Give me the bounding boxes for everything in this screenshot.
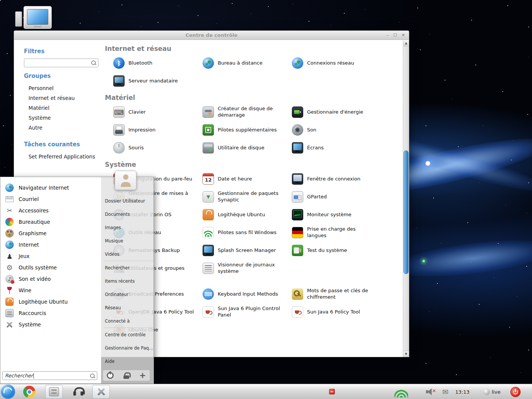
add-icon[interactable]: +: [139, 372, 146, 379]
control-center-item[interactable]: Bureau à distance: [203, 55, 292, 71]
filter-search-box[interactable]: [24, 59, 98, 67]
menu-session-buttons: +: [103, 370, 150, 381]
menu-category-icon: [5, 263, 14, 272]
item-icon: [203, 106, 214, 118]
control-center-item[interactable]: Visionneur de journaux système: [203, 261, 292, 276]
menu-place-item[interactable]: Dossier Utilisateur: [104, 194, 154, 207]
control-center-item[interactable]: Gestionnaire de paquets Synaptic: [203, 189, 292, 204]
menu-place-item[interactable]: Documents: [104, 207, 154, 221]
scrollbar[interactable]: ▲ ▼: [403, 40, 409, 357]
menu-category-icon: [5, 286, 14, 294]
control-center-item[interactable]: Pilotes sans fil Windows: [203, 225, 292, 240]
file-manager-task-button[interactable]: [45, 385, 63, 399]
control-center-item[interactable]: Écrans: [292, 140, 381, 155]
menu-category-item[interactable]: Outils système: [0, 262, 101, 273]
control-center-item[interactable]: GParted: [292, 189, 381, 204]
menu-category-item[interactable]: Accessoires: [0, 205, 101, 216]
sidebar-group-item[interactable]: Matériel: [24, 103, 98, 113]
control-center-item[interactable]: Souris: [113, 140, 203, 155]
sidebar-group-item[interactable]: Autre: [24, 123, 98, 133]
menu-category-item[interactable]: Raccourcis: [0, 307, 101, 319]
sidebar-group-item[interactable]: Internet et réseau: [24, 93, 98, 103]
control-center-item[interactable]: Keyboard Input Methods: [203, 287, 292, 302]
start-menu-button[interactable]: [1, 385, 15, 399]
item-icon: [113, 106, 125, 118]
display-window-icon[interactable]: [24, 6, 52, 29]
menu-search-text: Rechercher: [5, 373, 33, 378]
control-center-item[interactable]: Pilotes supplémentaires: [203, 122, 292, 138]
menu-search-box[interactable]: Rechercher: [2, 371, 97, 380]
menu-category-item[interactable]: Jeux: [0, 250, 101, 262]
control-center-item[interactable]: Son: [292, 122, 381, 138]
section-heading: Matériel: [105, 94, 403, 101]
shutdown-icon[interactable]: [107, 372, 114, 379]
scroll-down-button[interactable]: ▼: [403, 351, 409, 357]
menu-place-item[interactable]: Images: [104, 221, 154, 234]
control-center-item[interactable]: Utilitaire de disque: [203, 140, 292, 155]
menu-category-item[interactable]: Système: [0, 319, 101, 330]
sidebar-task-item[interactable]: Set Preferred Applications: [24, 152, 98, 162]
filter-input[interactable]: [26, 59, 90, 66]
menu-system-item[interactable]: Items récents: [104, 274, 154, 288]
control-center-item[interactable]: Test du système: [292, 243, 381, 258]
menu-system-item[interactable]: Connecté à: [104, 314, 154, 328]
menu-action-item[interactable]: Centre de contrôle: [104, 328, 154, 341]
menu-category-item[interactable]: Bureautique: [0, 216, 101, 228]
minimize-button[interactable]: –: [386, 32, 389, 38]
menu-action-item[interactable]: Aide: [104, 355, 154, 368]
power-button[interactable]: [510, 387, 521, 397]
sidebar-group-item[interactable]: Personnel: [24, 83, 98, 93]
menu-place-item[interactable]: Musique: [104, 234, 154, 247]
control-center-item[interactable]: Sun Java 6 Policy Tool: [292, 304, 381, 320]
control-center-item[interactable]: Logithèque Ubuntu: [203, 207, 292, 222]
control-center-item[interactable]: Fenêtre de connexion: [292, 171, 381, 187]
scrollbar-thumb[interactable]: [404, 150, 408, 274]
control-center-item[interactable]: Connexions réseau: [292, 55, 381, 71]
control-center-item[interactable]: Bluetooth: [113, 55, 203, 71]
menu-category-item[interactable]: Son et vidéo: [0, 273, 101, 285]
menu-category-item[interactable]: Navigateur Internet: [0, 182, 101, 193]
menu-category-item[interactable]: Courriel: [0, 193, 101, 205]
menu-category-icon: [5, 218, 14, 226]
menu-place-item[interactable]: Vidéos: [104, 247, 154, 261]
sidebar-group-item[interactable]: Système: [24, 113, 98, 123]
wifi-status-icon[interactable]: [394, 385, 408, 397]
control-center-item[interactable]: Moniteur système: [292, 207, 381, 222]
chrome-launcher-icon[interactable]: [23, 386, 35, 398]
maximize-button[interactable]: ☐: [393, 32, 397, 38]
control-center-item[interactable]: Gestionnaire d'énergie: [292, 104, 381, 120]
menu-system-item[interactable]: Rechercher: [104, 261, 154, 274]
control-center-item[interactable]: Clavier: [113, 104, 203, 120]
notification-tray-icon[interactable]: [329, 389, 335, 394]
groups-heading: Groupes: [24, 73, 98, 79]
control-center-item[interactable]: Date et heure: [203, 171, 292, 187]
control-center-item[interactable]: Mots de passe et clés de chiffrement: [292, 287, 381, 302]
close-button[interactable]: ✕: [402, 32, 405, 38]
menu-category-item[interactable]: Graphisme: [0, 228, 101, 239]
menu-action-item[interactable]: Gestionnaire de Paq...: [104, 341, 154, 355]
menu-category-item[interactable]: Internet: [0, 239, 101, 250]
item-label: Visionneur de journaux système: [218, 262, 283, 275]
lock-icon[interactable]: [124, 372, 129, 379]
menu-category-item[interactable]: Wine: [0, 285, 101, 296]
control-center-task-button[interactable]: [92, 385, 110, 399]
control-center-item[interactable]: Impression: [113, 122, 203, 138]
control-center-item[interactable]: Serveur mandataire: [113, 73, 203, 89]
control-center-item[interactable]: Sun Java 6 Plugin Control Panel: [203, 304, 292, 320]
menu-system-item[interactable]: Réseau: [104, 301, 154, 314]
scroll-up-button[interactable]: ▲: [403, 40, 409, 46]
user-avatar[interactable]: [115, 171, 136, 190]
titlebar[interactable]: Centre de contrôle – ☐ ✕: [14, 31, 409, 40]
menu-category-item[interactable]: Logithèque Ubuntu: [0, 296, 101, 307]
menu-category-label: Accessoires: [19, 207, 49, 214]
clock[interactable]: 13:13: [455, 384, 469, 399]
control-center-item[interactable]: Créateur de disque de démarrage: [203, 104, 292, 120]
control-center-item[interactable]: Prise en charge des langues: [292, 225, 381, 240]
mail-tray-icon[interactable]: [441, 387, 450, 396]
music-player-icon[interactable]: [73, 387, 84, 397]
volume-muted-icon[interactable]: [426, 388, 435, 396]
window-title: Centre de contrôle: [14, 32, 409, 38]
menu-system-item[interactable]: Ordinateur: [104, 288, 154, 301]
menu-category-label: Graphisme: [19, 230, 47, 236]
control-center-item[interactable]: Splash Screen Manager: [203, 243, 292, 258]
